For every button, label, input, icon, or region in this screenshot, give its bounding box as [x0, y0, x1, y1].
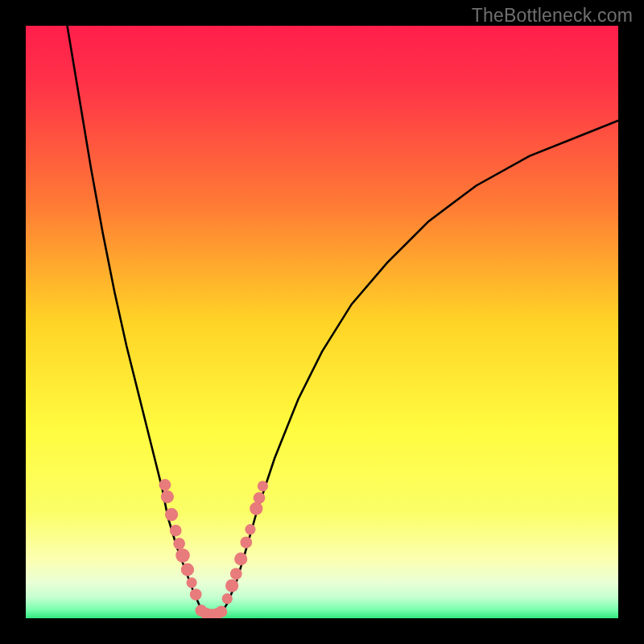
- data-marker: [186, 577, 196, 588]
- watermark-text: TheBottleneck.com: [472, 5, 633, 27]
- curve-layer: [26, 26, 618, 618]
- data-marker: [245, 524, 255, 535]
- data-marker: [170, 525, 182, 537]
- data-marker: [190, 588, 202, 601]
- data-marker: [254, 492, 266, 504]
- data-marker: [250, 502, 262, 515]
- data-marker: [216, 606, 228, 618]
- data-marker: [240, 536, 252, 548]
- data-marker: [225, 579, 238, 592]
- data-marker: [258, 481, 268, 491]
- data-marker: [161, 490, 174, 503]
- data-marker: [175, 548, 190, 563]
- data-marker: [165, 508, 178, 521]
- data-marker: [234, 552, 247, 565]
- data-marker: [173, 538, 185, 550]
- data-marker: [159, 479, 171, 491]
- marker-group: [159, 479, 268, 618]
- data-marker: [181, 564, 194, 576]
- chart-frame: TheBottleneck.com: [0, 0, 644, 644]
- data-marker: [230, 568, 242, 580]
- left-curve: [68, 26, 204, 613]
- data-marker: [222, 593, 233, 604]
- plot-area: [26, 26, 618, 618]
- right-curve: [221, 121, 618, 613]
